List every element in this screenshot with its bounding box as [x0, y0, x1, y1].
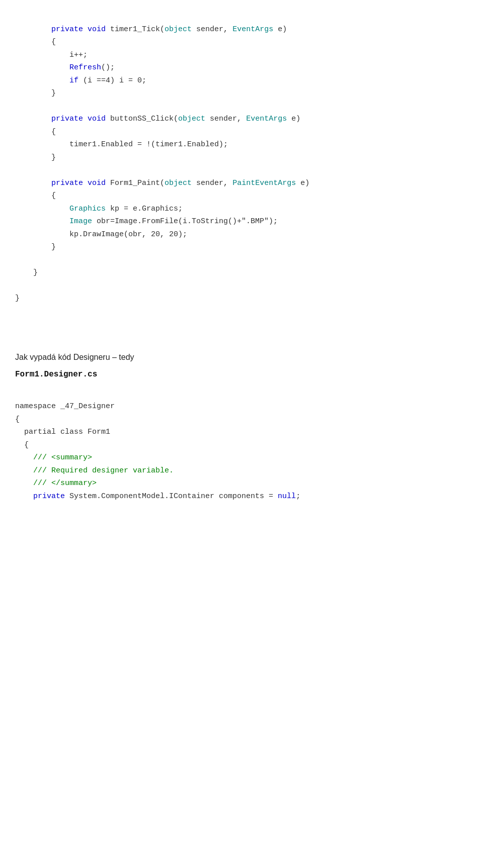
line-method-signature: private void timer1_Tick(object sender, … — [15, 25, 309, 303]
code-block-designer: namespace _47_Designer { partial class F… — [15, 388, 468, 529]
prose-intro: Jak vypadá kód Designeru – tedy — [15, 351, 468, 364]
code-content: private void timer1_Tick(object sender, … — [15, 10, 468, 528]
filename-label: Form1.Designer.cs — [15, 368, 468, 381]
code-block-main: private void timer1_Tick(object sender, … — [15, 10, 468, 331]
intro-text: Jak vypadá kód Designeru – tedy — [15, 351, 468, 364]
designer-code: namespace _47_Designer { partial class F… — [15, 402, 300, 501]
